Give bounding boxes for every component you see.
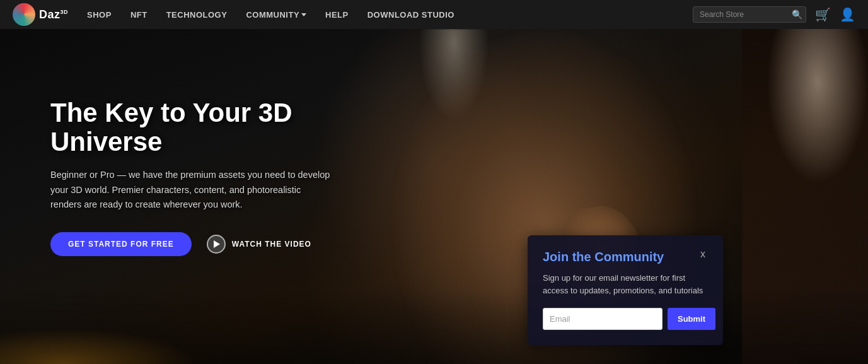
search-wrapper: 🔍 — [693, 6, 806, 23]
nav-item-technology[interactable]: TECHNOLOGY — [166, 10, 228, 20]
nav-item-help[interactable]: HELP — [325, 10, 349, 20]
community-popup: Join the Community x Sign up for our ema… — [528, 235, 723, 345]
play-icon — [207, 235, 226, 254]
logo[interactable]: Daz3D — [13, 3, 68, 26]
navbar: Daz3D SHOP NFT TECHNOLOGY COMMUNITY HELP… — [0, 0, 868, 29]
popup-submit-button[interactable]: Submit — [668, 308, 715, 330]
right-character-decoration — [742, 29, 868, 364]
search-icon-button[interactable]: 🔍 — [792, 9, 802, 20]
logo-icon — [13, 3, 35, 26]
hero-content: The Key to Your 3D Universe Beginner or … — [50, 98, 353, 256]
popup-close-button[interactable]: x — [698, 249, 708, 259]
bottom-glow — [0, 301, 315, 364]
cart-icon[interactable]: 🛒 — [815, 7, 831, 22]
popup-header: Join the Community x — [543, 249, 708, 264]
get-started-button[interactable]: GET STARTED FOR FREE — [50, 232, 192, 256]
user-icon[interactable]: 👤 — [840, 7, 855, 22]
nav-item-download-studio[interactable]: DOWNLOAD STUDIO — [367, 10, 454, 20]
chevron-down-icon — [301, 13, 306, 16]
nav-right: 🔍 🛒 👤 — [693, 6, 855, 23]
hero-subtitle: Beginner or Pro — we have the premium as… — [50, 168, 334, 212]
popup-title: Join the Community — [543, 249, 664, 264]
popup-subtitle: Sign up for our email newsletter for fir… — [543, 272, 708, 296]
hero-section: The Key to Your 3D Universe Beginner or … — [0, 29, 868, 364]
nav-item-community[interactable]: COMMUNITY — [246, 10, 306, 20]
logo-text: Daz3D — [39, 8, 68, 21]
right-char-hair-decoration — [742, 29, 868, 206]
nav-item-shop[interactable]: SHOP — [87, 10, 112, 20]
play-triangle-icon — [214, 240, 220, 248]
watch-video-button[interactable]: WATCH THE VIDEO — [207, 235, 311, 254]
hero-buttons: GET STARTED FOR FREE WATCH THE VIDEO — [50, 232, 353, 256]
nav-item-nft[interactable]: NFT — [130, 10, 148, 20]
popup-form: Submit — [543, 308, 708, 330]
nav-links: SHOP NFT TECHNOLOGY COMMUNITY HELP DOWNL… — [87, 10, 693, 20]
search-input[interactable] — [693, 6, 806, 23]
popup-email-input[interactable] — [543, 308, 663, 330]
hero-title: The Key to Your 3D Universe — [50, 98, 353, 156]
